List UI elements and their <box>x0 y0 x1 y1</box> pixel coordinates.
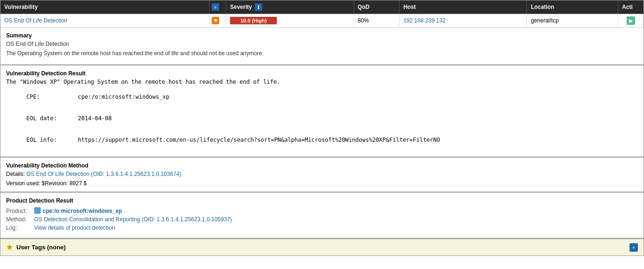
host-link[interactable]: 192.168.239.132 <box>403 17 445 24</box>
header-actions-label: Acti <box>622 4 633 10</box>
header-vulnerability-label: Vulnerability <box>4 4 38 10</box>
cell-vulnerability-name: OS End Of Life Detection <box>0 15 210 26</box>
header-host: Host <box>400 0 527 14</box>
detection-method-section: Vulnerability Detection Method Details: … <box>0 157 644 192</box>
vuln-detection-cpe: CPE:cpe:/o:microsoft:windows_xp <box>6 87 638 107</box>
summary-title: Summary <box>6 32 638 39</box>
vuln-detection-eol-date: EOL date:2014-04-08 <box>6 109 638 128</box>
table-header: Vulnerability ≡ Severity ℹ QoD Host Loca… <box>0 0 644 14</box>
detection-method-link[interactable]: OS End Of Life Detection (OID: 1.3.6.1.4… <box>26 171 181 177</box>
product-row-method: Method: OS Detection Consolidation and R… <box>6 216 638 223</box>
vuln-detection-section: Vulnerability Detection Result The "Wind… <box>0 65 644 157</box>
product-detection-section: Product Detection Result Product: cpe:/o… <box>0 192 644 238</box>
product-link[interactable]: cpe:/o:microsoft:windows_xp <box>43 208 122 214</box>
eol-info-value: https://support.microsoft.com/en-us/life… <box>78 137 440 143</box>
cell-action: ▶ <box>618 14 644 27</box>
footer-bar: ★ User Tags (none) + <box>0 238 644 255</box>
vulnerability-link[interactable]: OS End Of Life Detection <box>4 17 67 24</box>
eol-date-label: EOL date: <box>26 115 78 122</box>
header-vulnerability: Vulnerability <box>0 0 210 14</box>
vuln-detection-title: Vulnerability Detection Result <box>6 70 638 77</box>
vuln-detection-line1: The "Windows XP" Operating System on the… <box>6 79 638 85</box>
cell-qod: 80% <box>354 15 400 26</box>
cell-vuln-icon: ⚑ <box>210 15 226 27</box>
header-location: Location <box>527 0 618 14</box>
footer-action-button[interactable]: + <box>629 243 638 252</box>
vuln-filter-icon[interactable]: ≡ <box>212 3 219 11</box>
severity-filter-icon[interactable]: ℹ <box>255 3 262 11</box>
summary-section: Summary OS End Of Life Detection The Ope… <box>0 28 644 65</box>
detection-method-details: Details: OS End Of Life Detection (OID: … <box>6 171 638 177</box>
detection-method-version: Version used: $Revision: 8927 $ <box>6 180 638 187</box>
eol-date-value: 2014-04-08 <box>78 115 111 122</box>
header-qod-label: QoD <box>358 4 370 10</box>
header-actions: Acti <box>618 0 644 14</box>
vuln-detection-eol-info: EOL info:https://support.microsoft.com/e… <box>6 130 638 150</box>
severity-badge: 10.0 (High) <box>230 17 277 24</box>
header-severity-label: Severity <box>230 4 252 10</box>
product-label: Product: <box>6 208 34 214</box>
header-host-label: Host <box>403 4 416 10</box>
footer-star-icon: ★ <box>6 243 13 252</box>
log-link[interactable]: View details of product detection <box>34 225 115 231</box>
cpe-value: cpe:/o:microsoft:windows_xp <box>78 94 169 100</box>
cell-severity: 10.0 (High) <box>226 15 354 27</box>
qod-value: 80% <box>358 17 369 24</box>
cell-location: general/tcp <box>527 15 618 26</box>
product-os-icon <box>34 207 41 214</box>
cell-host: 192.168.239.132 <box>400 15 527 26</box>
product-detection-title: Product Detection Result <box>6 197 638 204</box>
header-qod: QoD <box>354 0 400 14</box>
action-button[interactable]: ▶ <box>627 16 635 25</box>
footer-label: User Tags (none) <box>16 244 66 251</box>
summary-name: OS End Of Life Detection <box>6 41 638 47</box>
details-prefix: Details: <box>6 171 26 177</box>
product-row-log: Log: View details of product detection <box>6 225 638 231</box>
method-label: Method: <box>6 216 34 223</box>
log-label: Log: <box>6 225 34 231</box>
header-vuln-icon-col: ≡ <box>210 0 226 14</box>
summary-description: The Operating System on the remote host … <box>6 50 638 57</box>
vulnerability-row: OS End Of Life Detection ⚑ 10.0 (High) 8… <box>0 14 644 28</box>
detection-method-title: Vulnerability Detection Method <box>6 162 638 169</box>
product-row-product: Product: cpe:/o:microsoft:windows_xp <box>6 208 638 214</box>
vuln-type-icon: ⚑ <box>212 17 219 24</box>
cpe-label: CPE: <box>26 94 78 100</box>
header-location-label: Location <box>531 4 554 10</box>
eol-info-label: EOL info: <box>26 137 78 143</box>
location-value: general/tcp <box>531 17 558 24</box>
method-link[interactable]: OS Detection Consolidation and Reporting… <box>34 216 232 223</box>
header-severity: Severity ℹ <box>226 0 354 14</box>
